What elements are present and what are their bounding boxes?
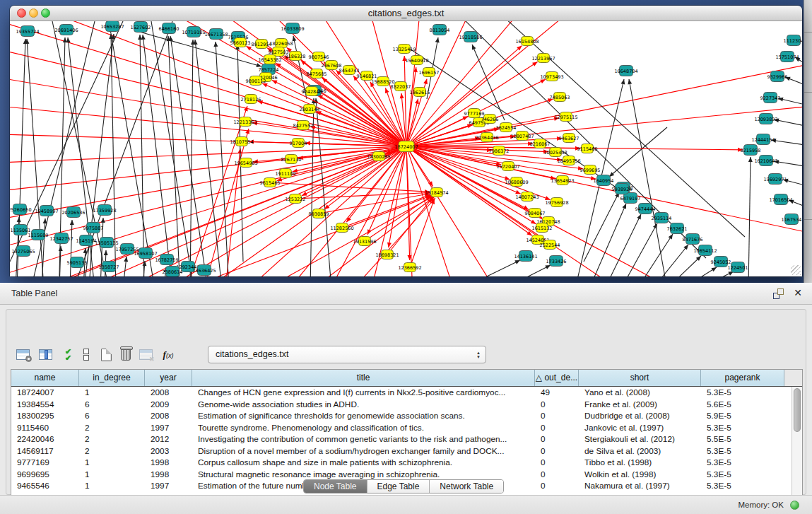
graph-node-label: 8471676 bbox=[683, 237, 703, 243]
tab-network-table[interactable]: Network Table bbox=[430, 480, 503, 493]
cell-name: 9465546 bbox=[11, 480, 79, 492]
cell-title: Corpus callosum shape and size in male p… bbox=[192, 457, 535, 469]
graph-node-label: 19131596 bbox=[353, 239, 376, 245]
graph-edge bbox=[27, 39, 44, 276]
cell-name: 9777169 bbox=[11, 457, 79, 469]
cell-in_degree: 2 bbox=[79, 433, 145, 445]
graph-node-label: 8216067 bbox=[530, 141, 551, 147]
select-columns-icon bbox=[39, 349, 52, 360]
graph-edge bbox=[462, 21, 706, 258]
cell-short: Wolkin et al. (1998) bbox=[579, 469, 701, 481]
graph-edge bbox=[109, 21, 155, 276]
graph-node-label: 15692971 bbox=[763, 177, 787, 182]
window-edge bbox=[804, 0, 812, 283]
cell-year: 2008 bbox=[145, 410, 192, 422]
close-panel-button[interactable]: ✕ bbox=[794, 287, 802, 298]
graph-edge bbox=[204, 129, 249, 276]
new-file-icon bbox=[101, 349, 112, 361]
graph-node-label: 1911109 bbox=[276, 171, 296, 177]
column-header-year[interactable]: year bbox=[145, 370, 192, 386]
graph-node-label: 1696157 bbox=[419, 70, 440, 76]
graph-node-label: 9615465 bbox=[260, 180, 281, 186]
graph-node-label: 9463627 bbox=[559, 136, 579, 141]
graph-node-label: 1733426 bbox=[546, 259, 567, 264]
cell-pagerank: 5.3E-5 bbox=[701, 445, 784, 457]
column-header-short[interactable]: short bbox=[579, 370, 701, 386]
graph-node-label: 15640910 bbox=[405, 58, 428, 64]
cell-short: Stergiakouli et al. (2012) bbox=[579, 433, 701, 445]
edge-arrowhead bbox=[124, 257, 128, 262]
graph-node-label: 1115689 bbox=[28, 233, 49, 238]
network-canvas[interactable]: 1935572420691406106532871527602646616010… bbox=[10, 21, 802, 276]
graph-edge bbox=[406, 146, 433, 187]
trash-icon bbox=[121, 349, 131, 361]
table-row[interactable]: 977716911998Corpus callosum shape and si… bbox=[11, 457, 792, 469]
graph-node-label: 20206536 bbox=[61, 210, 85, 216]
tab-node-table[interactable]: Node Table bbox=[304, 480, 367, 493]
tab-edge-table[interactable]: Edge Table bbox=[367, 480, 430, 493]
graph-edge bbox=[295, 192, 430, 199]
edge-arrowhead bbox=[628, 79, 632, 84]
select-columns-button[interactable] bbox=[36, 345, 54, 364]
delete-rows-button[interactable] bbox=[117, 345, 135, 364]
column-header-name[interactable]: name bbox=[11, 370, 79, 386]
graph-node-label: 8930859 bbox=[309, 211, 329, 217]
graph-node-label: 12342757 bbox=[49, 236, 73, 242]
select-rows-button[interactable]: ✔✔ bbox=[59, 345, 77, 364]
edge-arrowhead bbox=[70, 220, 74, 225]
table-row[interactable]: 1830029562008Estimation of significance … bbox=[11, 410, 792, 422]
table-row[interactable]: 1456911722003Disruption of a novel membe… bbox=[11, 445, 792, 457]
graph-node-label: 6479197 bbox=[620, 196, 641, 201]
table-row[interactable]: 1872400712008Changes of HCN gene express… bbox=[11, 387, 792, 399]
graph-edge bbox=[406, 21, 568, 146]
edge-arrowhead bbox=[101, 218, 105, 223]
network-window-titlebar[interactable]: citations_edges.txt bbox=[10, 6, 802, 21]
scrollbar-thumb[interactable] bbox=[794, 388, 801, 432]
graph-node-label: 2522544 bbox=[540, 243, 560, 248]
cell-in_degree: 2 bbox=[79, 445, 145, 457]
delete-table-icon: ✖ bbox=[139, 349, 153, 360]
table-settings-button[interactable] bbox=[13, 345, 32, 364]
table-row[interactable]: 969969511998Structural magnetic resonanc… bbox=[11, 469, 792, 481]
graph-edge bbox=[70, 220, 72, 276]
float-panel-button[interactable] bbox=[773, 288, 784, 299]
graph-node-label: 19756928 bbox=[545, 200, 568, 206]
cell-title: Tourette syndrome. Phenomenology and cla… bbox=[192, 422, 535, 434]
function-builder-button[interactable]: f(x) bbox=[159, 345, 177, 364]
cell-pagerank: 5.9E-5 bbox=[701, 410, 784, 422]
edge-arrowhead bbox=[213, 42, 218, 47]
table-source-select[interactable]: citations_edges.txt ▲▼ bbox=[208, 346, 486, 363]
graph-node-label: 12213967 bbox=[531, 56, 555, 62]
graph-node-label: 5938924 bbox=[612, 187, 632, 192]
graph-edge bbox=[406, 67, 416, 146]
graph-node-label: 18636425 bbox=[192, 268, 216, 274]
table-row[interactable]: 1938455462009Genome-wide association stu… bbox=[11, 399, 792, 411]
graph-edge bbox=[584, 192, 619, 262]
cell-pagerank: 5.3E-5 bbox=[701, 422, 784, 434]
graph-node-label: 3624554 bbox=[496, 125, 517, 131]
graph-edge bbox=[187, 106, 247, 276]
graph-node-label: 9227343 bbox=[760, 95, 781, 101]
column-header-in_degree[interactable]: in_degree bbox=[79, 370, 145, 386]
graph-node-label: 9146821 bbox=[357, 74, 377, 79]
cell-out_degree: 0 bbox=[535, 445, 579, 457]
edge-arrowhead bbox=[63, 37, 67, 42]
table-scrollbar[interactable] bbox=[792, 387, 802, 503]
column-header-title[interactable]: title bbox=[192, 370, 535, 386]
cell-year: 2003 bbox=[145, 445, 192, 457]
column-header-pagerank[interactable]: pagerank bbox=[701, 370, 784, 386]
delete-table-button[interactable]: ✖ bbox=[136, 345, 155, 364]
column-header-out_degree[interactable]: △ out_de... bbox=[535, 370, 579, 386]
table-tabs: Node Table Edge Table Network Table bbox=[303, 479, 504, 493]
cell-out_degree: 0 bbox=[535, 399, 579, 411]
table-row[interactable]: 911546021997Tourette syndrome. Phenomeno… bbox=[11, 422, 792, 434]
resize-grip[interactable] bbox=[791, 265, 801, 275]
network-graph[interactable]: 1935572420691406106532871527602646616010… bbox=[10, 21, 802, 276]
cell-short: Nakamura et al. (1997) bbox=[579, 480, 701, 492]
table-row[interactable]: 2242004622012Investigating the contribut… bbox=[11, 433, 792, 445]
toggle-row-height-button[interactable] bbox=[77, 345, 95, 364]
graph-node-label: 15720407 bbox=[496, 164, 519, 170]
graph-node-label: 16671358 bbox=[204, 32, 228, 37]
new-file-button[interactable] bbox=[97, 345, 115, 364]
graph-node-label: 2935114 bbox=[652, 216, 672, 221]
